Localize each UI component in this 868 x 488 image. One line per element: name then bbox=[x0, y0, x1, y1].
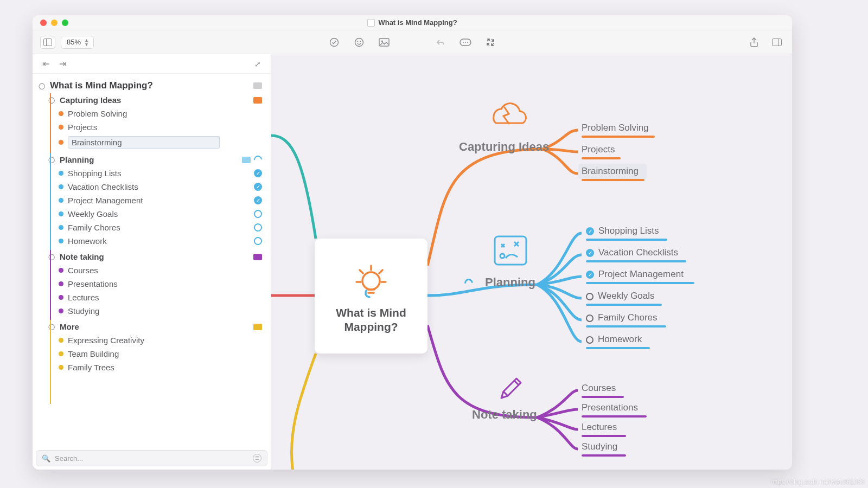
svg-point-4 bbox=[357, 41, 358, 42]
svg-point-11 bbox=[467, 42, 468, 43]
share-icon bbox=[750, 37, 758, 47]
leaf-node[interactable]: Projects bbox=[582, 144, 615, 157]
outline-group-capturing[interactable]: ◯ Capturing Ideas bbox=[36, 93, 264, 107]
task-complete-button[interactable] bbox=[327, 36, 342, 49]
leaf-node[interactable]: Homework bbox=[586, 334, 642, 347]
share-button[interactable] bbox=[746, 36, 762, 49]
unchecked-icon[interactable] bbox=[586, 336, 593, 344]
image-button[interactable] bbox=[376, 36, 392, 49]
nav-forward-icon[interactable]: ⇥ bbox=[59, 59, 66, 69]
image-badge-icon bbox=[242, 157, 251, 163]
svg-point-14 bbox=[362, 272, 380, 290]
toolbar: 85% ▴▾ bbox=[33, 30, 792, 54]
unchecked-icon[interactable] bbox=[254, 210, 262, 218]
image-badge-icon bbox=[253, 324, 262, 330]
outline-item[interactable]: Family Chores bbox=[36, 221, 264, 234]
outline-group-label: Planning bbox=[60, 155, 94, 164]
unchecked-icon[interactable] bbox=[586, 293, 593, 300]
image-icon bbox=[379, 38, 390, 47]
focus-icon bbox=[486, 37, 495, 47]
check-icon[interactable]: ✓ bbox=[586, 249, 594, 257]
emoji-button[interactable] bbox=[352, 36, 367, 49]
branch-notetaking[interactable]: Note taking bbox=[472, 408, 537, 422]
note-button[interactable] bbox=[458, 36, 473, 49]
outline-group-planning[interactable]: ◯ Planning bbox=[36, 153, 264, 166]
outline-item[interactable]: Projects bbox=[36, 120, 264, 134]
outline-item[interactable]: Shopping Lists✓ bbox=[36, 166, 264, 180]
check-icon[interactable]: ✓ bbox=[586, 227, 594, 235]
window-title-text: What is Mind Mapping? bbox=[378, 18, 457, 27]
document-icon bbox=[367, 19, 375, 27]
outline-item[interactable]: Courses bbox=[36, 264, 264, 277]
outline-item[interactable]: Project Management✓ bbox=[36, 194, 264, 207]
inspector-button[interactable] bbox=[769, 36, 784, 49]
image-badge-icon bbox=[253, 254, 262, 260]
unchecked-icon[interactable] bbox=[586, 314, 593, 322]
check-icon[interactable]: ✓ bbox=[254, 169, 262, 177]
chevron-down-icon[interactable]: ◯ bbox=[48, 253, 55, 260]
mindmap-canvas[interactable]: What is MindMapping? Capturing Ideas Pro… bbox=[271, 54, 792, 470]
toggle-sidebar-button[interactable] bbox=[40, 36, 55, 49]
check-icon[interactable]: ✓ bbox=[254, 183, 262, 191]
svg-rect-0 bbox=[44, 38, 52, 46]
outline-item[interactable]: Homework bbox=[36, 234, 264, 248]
outline-item[interactable]: Problem Solving bbox=[36, 107, 264, 120]
leaf-node[interactable]: ✓Vacation Checklists bbox=[586, 247, 678, 260]
outline-item[interactable]: Family Trees bbox=[36, 361, 264, 374]
outline-item-editing[interactable]: Brainstorming bbox=[36, 134, 264, 151]
unchecked-icon[interactable] bbox=[254, 237, 262, 245]
outline-root-label: What is Mind Mapping? bbox=[50, 80, 153, 91]
outline-item[interactable]: Presentations bbox=[36, 277, 264, 291]
search-input[interactable]: 🔍 Search... ☰ bbox=[36, 450, 267, 466]
leaf-node[interactable]: Problem Solving bbox=[582, 123, 649, 136]
zoom-selector[interactable]: 85% ▴▾ bbox=[61, 36, 94, 49]
expand-icon[interactable]: ⤢ bbox=[254, 60, 261, 68]
titlebar: What is Mind Mapping? bbox=[33, 15, 792, 30]
undo-button[interactable] bbox=[433, 36, 448, 49]
body: ⇤ ⇥ ⤢ ◯ What is Mind Mapping? ◯ Capturin… bbox=[33, 54, 792, 470]
leaf-node-selected[interactable]: Brainstorming bbox=[582, 166, 639, 179]
central-title: What is MindMapping? bbox=[336, 306, 406, 335]
check-icon[interactable]: ✓ bbox=[586, 271, 594, 279]
smiley-icon bbox=[354, 37, 364, 47]
search-placeholder: Search... bbox=[55, 454, 248, 463]
svg-point-2 bbox=[330, 38, 339, 46]
branch-capturing[interactable]: Capturing Ideas bbox=[459, 140, 549, 154]
clear-search-icon[interactable]: ☰ bbox=[253, 454, 261, 463]
central-node[interactable]: What is MindMapping? bbox=[315, 239, 427, 354]
svg-point-3 bbox=[355, 38, 363, 46]
leaf-node[interactable]: Presentations bbox=[582, 402, 638, 415]
outline-edit-input[interactable]: Brainstorming bbox=[68, 136, 220, 149]
leaf-node[interactable]: Studying bbox=[582, 441, 617, 454]
outline-group-notetaking[interactable]: ◯ Note taking bbox=[36, 250, 264, 264]
svg-point-9 bbox=[463, 42, 464, 43]
outline-item[interactable]: Lectures bbox=[36, 291, 264, 304]
outline-item[interactable]: Weekly Goals bbox=[36, 207, 264, 221]
leaf-node[interactable]: Family Chores bbox=[586, 312, 658, 325]
outline-list[interactable]: ◯ What is Mind Mapping? ◯ Capturing Idea… bbox=[33, 74, 271, 447]
sidebar-icon bbox=[43, 38, 52, 46]
leaf-node[interactable]: ✓Project Management bbox=[586, 269, 684, 282]
check-circle-icon bbox=[329, 37, 339, 47]
outline-group-label: Note taking bbox=[60, 252, 104, 261]
branch-planning[interactable]: Planning bbox=[485, 275, 535, 290]
outline-item[interactable]: Expressing Creativity bbox=[36, 333, 264, 347]
chevron-down-icon[interactable]: ◯ bbox=[48, 156, 55, 163]
outline-root[interactable]: ◯ What is Mind Mapping? bbox=[36, 78, 264, 93]
focus-button[interactable] bbox=[483, 36, 498, 49]
outline-group-more[interactable]: ◯ More bbox=[36, 320, 264, 333]
outline-item[interactable]: Studying bbox=[36, 304, 264, 318]
app-window: What is Mind Mapping? 85% ▴▾ bbox=[33, 15, 792, 470]
chevron-down-icon[interactable]: ◯ bbox=[38, 82, 46, 89]
outline-item[interactable]: Vacation Checklists✓ bbox=[36, 180, 264, 194]
chevron-down-icon[interactable]: ◯ bbox=[48, 97, 55, 104]
leaf-node[interactable]: Lectures bbox=[582, 422, 617, 435]
check-icon[interactable]: ✓ bbox=[254, 196, 262, 204]
outline-item[interactable]: Team Building bbox=[36, 347, 264, 361]
nav-back-icon[interactable]: ⇤ bbox=[42, 59, 49, 69]
leaf-node[interactable]: Courses bbox=[582, 383, 616, 396]
leaf-node[interactable]: ✓Shopping Lists bbox=[586, 226, 659, 239]
leaf-node[interactable]: Weekly Goals bbox=[586, 291, 655, 304]
unchecked-icon[interactable] bbox=[254, 223, 262, 232]
chevron-down-icon[interactable]: ◯ bbox=[48, 323, 55, 330]
